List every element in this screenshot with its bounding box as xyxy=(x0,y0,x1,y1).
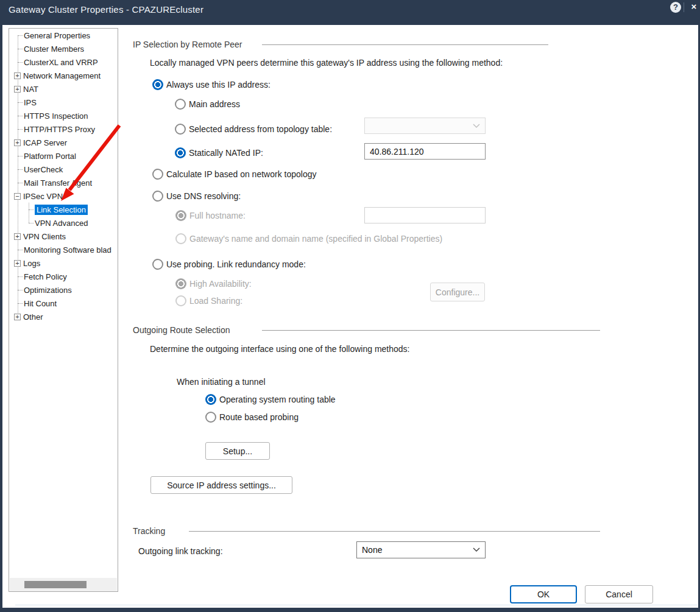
nated-ip-input[interactable] xyxy=(364,143,486,160)
sidebar-item-ipsec-vpn[interactable]: IPSec VPN xyxy=(9,189,118,203)
sidebar-item-mail-transfer-agent[interactable]: Mail Transfer Agent xyxy=(9,176,118,189)
sidebar-item-other[interactable]: Other xyxy=(9,310,118,323)
sidebar-item-general-properties[interactable]: General Properties xyxy=(9,29,118,42)
source-ip-settings-button[interactable]: Source IP address settings... xyxy=(150,476,292,494)
radio-icon xyxy=(175,210,186,221)
sidebar-item-label: NAT xyxy=(23,85,38,94)
radio-icon xyxy=(175,278,186,289)
tree-connector xyxy=(18,156,23,157)
help-icon[interactable]: ? xyxy=(670,2,681,13)
radio-label: Use probing. Link redundancy mode: xyxy=(166,258,306,270)
sidebar-item-ips[interactable]: IPS xyxy=(9,96,118,109)
sidebar-item-label: HTTPS Inspection xyxy=(24,111,88,121)
sidebar-item-network-management[interactable]: Network Management xyxy=(9,69,118,82)
sidebar-item-label: ClusterXL and VRRP xyxy=(24,58,98,67)
sidebar-item-optimizations[interactable]: Optimizations xyxy=(9,283,118,297)
radio-label: Full hostname: xyxy=(189,209,246,222)
sidebar-item-fetch-policy[interactable]: Fetch Policy xyxy=(9,270,118,283)
radio-icon xyxy=(152,79,163,90)
tree-connector xyxy=(18,169,23,170)
radio-label: Use DNS resolving: xyxy=(166,190,241,202)
collapse-minus-icon[interactable] xyxy=(14,193,21,200)
tree-connector xyxy=(18,303,23,304)
radio-icon xyxy=(175,147,186,158)
sidebar-item-label: Cluster Members xyxy=(24,44,84,54)
section-title-outgoing-route: Outgoing Route Selection xyxy=(133,324,230,336)
sidebar-item-link-selection[interactable]: Link Selection xyxy=(9,203,118,216)
setup-button[interactable]: Setup... xyxy=(205,442,270,460)
horizontal-scrollbar[interactable] xyxy=(10,578,117,591)
sidebar-item-nat[interactable]: NAT xyxy=(9,82,118,96)
sidebar-item-hit-count[interactable]: Hit Count xyxy=(9,297,118,310)
radio-icon xyxy=(152,259,163,270)
tree-connector xyxy=(18,250,23,250)
sidebar-item-label: Mail Transfer Agent xyxy=(24,178,92,188)
expand-plus-icon[interactable] xyxy=(14,314,21,320)
outgoing-link-tracking-dropdown[interactable]: None xyxy=(356,541,486,558)
configure-button: Configure... xyxy=(430,283,485,301)
sidebar-item-label: HTTP/HTTPS Proxy xyxy=(24,125,95,134)
section-rule xyxy=(262,44,548,45)
radio-icon xyxy=(205,394,216,405)
expand-plus-icon[interactable] xyxy=(14,260,21,267)
sidebar-item-vpn-advanced[interactable]: VPN Advanced xyxy=(9,216,118,230)
expand-plus-icon[interactable] xyxy=(14,233,21,240)
window-title: Gateway Cluster Properties - CPAZUREclus… xyxy=(9,4,203,15)
chevron-down-icon xyxy=(473,547,480,552)
radio-icon xyxy=(175,233,186,244)
sidebar-item-cluster-members[interactable]: Cluster Members xyxy=(9,42,118,55)
expand-plus-icon[interactable] xyxy=(14,72,21,79)
outgoing-route-intro: Determine the outgoing interface using o… xyxy=(150,343,410,355)
sidebar-item-http-https-proxy[interactable]: HTTP/HTTPS Proxy xyxy=(9,122,118,136)
radio-label: Gateway's name and domain name (specifie… xyxy=(189,233,442,245)
sidebar-item-clusterxl-and-vrrp[interactable]: ClusterXL and VRRP xyxy=(9,55,118,69)
tree-connector xyxy=(18,116,23,116)
sidebar-item-label: Monitoring Software blad xyxy=(24,245,111,255)
sidebar-item-platform-portal[interactable]: Platform Portal xyxy=(9,149,118,163)
outgoing-link-tracking-label: Outgoing link tracking: xyxy=(138,545,223,557)
sidebar-item-label: Fetch Policy xyxy=(24,272,67,281)
radio-icon xyxy=(152,191,163,202)
radio-label: Calculate IP based on network topology xyxy=(166,168,316,180)
tree-connector xyxy=(29,223,34,223)
tree-connector xyxy=(18,276,23,277)
section-rule xyxy=(189,531,600,532)
radio-label: Operating system routing table xyxy=(219,393,336,406)
sidebar-item-label: Other xyxy=(23,312,43,322)
radio-label: Selected address from topology table: xyxy=(189,123,332,135)
sidebar-item-label: VPN Clients xyxy=(23,232,66,241)
sidebar-item-label: ICAP Server xyxy=(23,138,67,147)
sidebar-item-label-selected: Link Selection xyxy=(35,205,88,215)
radio-label: Load Sharing: xyxy=(189,295,242,307)
radio-icon xyxy=(175,295,186,306)
sidebar-item-https-inspection[interactable]: HTTPS Inspection xyxy=(9,109,118,122)
expand-plus-icon[interactable] xyxy=(14,139,21,146)
sidebar-item-monitoring-software-blades[interactable]: Monitoring Software blad xyxy=(9,243,118,256)
close-icon[interactable]: × xyxy=(688,1,699,13)
bottom-divider xyxy=(15,605,698,605)
sidebar-item-label: IPSec VPN xyxy=(23,192,63,201)
tree-connector xyxy=(18,102,23,103)
tree-connector xyxy=(18,49,23,49)
sidebar-item-logs[interactable]: Logs xyxy=(9,256,118,270)
tree-connector xyxy=(18,129,23,130)
sidebar-item-label: Optimizations xyxy=(24,286,72,295)
sidebar-item-vpn-clients[interactable]: VPN Clients xyxy=(9,230,118,243)
sidebar-item-label: IPS xyxy=(24,98,37,107)
scrollbar-thumb[interactable] xyxy=(24,581,87,588)
when-initiating-label: When initiating a tunnel xyxy=(177,376,266,388)
topology-table-dropdown xyxy=(364,118,486,134)
sidebar-item-icap-server[interactable]: ICAP Server xyxy=(9,136,118,149)
tree-connector xyxy=(18,183,23,183)
section-title-tracking: Tracking xyxy=(133,525,165,537)
radio-icon xyxy=(152,169,163,180)
full-hostname-input xyxy=(364,207,486,223)
chevron-down-icon xyxy=(473,124,480,128)
cancel-button[interactable]: Cancel xyxy=(585,585,653,603)
tree-connector xyxy=(18,290,23,290)
expand-plus-icon[interactable] xyxy=(14,86,21,93)
sidebar-item-usercheck[interactable]: UserCheck xyxy=(9,163,118,176)
dropdown-value: None xyxy=(362,545,473,555)
sidebar-item-label: Hit Count xyxy=(24,299,57,308)
ok-button[interactable]: OK xyxy=(510,585,577,603)
